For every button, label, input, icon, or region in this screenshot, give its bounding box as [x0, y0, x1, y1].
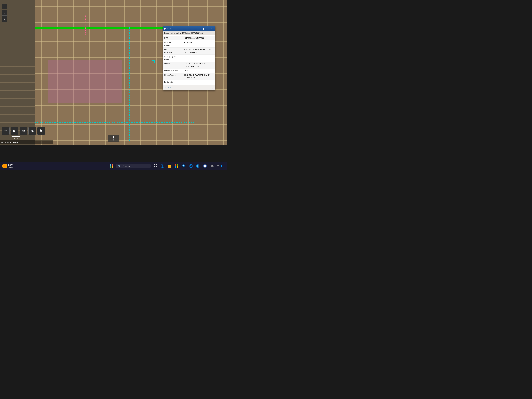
road-label: S RIO DEL ORO LOOP: [84, 14, 86, 38]
svg-rect-14: [175, 166, 177, 168]
popup-close-button[interactable]: ✕: [210, 27, 213, 30]
task-view-button[interactable]: [152, 163, 158, 169]
cortana-icon[interactable]: [195, 163, 201, 169]
popup-label-account: AccountNumber: [164, 41, 184, 47]
tray-globe-icon[interactable]: [221, 164, 225, 168]
svg-point-25: [212, 166, 213, 167]
popup-row-owner: Owner CHURCH UNIVERSAL & TRIUMPHANT INC: [163, 62, 215, 69]
fullscreen-button[interactable]: ⤢: [2, 16, 7, 22]
label-tool-button[interactable]: AB: [19, 127, 27, 135]
microsoft-store-icon[interactable]: [174, 163, 179, 169]
svg-rect-26: [212, 165, 213, 165]
popup-row-in-care: In Care Of: [163, 80, 215, 84]
chrome-icon[interactable]: [202, 163, 208, 169]
search-parcel-button[interactable]: [37, 127, 45, 135]
popup-label-owner-address: OwnerAddress: [164, 74, 184, 76]
parcel-boundary-cyan-v5: [152, 27, 153, 141]
svg-point-21: [197, 165, 199, 167]
coordinates-bar: -106.610490 34.683871 Degrees: [0, 140, 53, 144]
popup-counter: (1 of 2): [164, 28, 171, 30]
svg-rect-10: [156, 166, 157, 167]
coordinates-text: -106.610490 34.683871 Degrees: [1, 141, 27, 143]
highlighted-parcels: [48, 60, 122, 103]
popup-row-owner-address: OwnerAddress 63 SUMMIT WAY GARDINER, MT …: [163, 73, 215, 80]
scale-indicator: 0.4mi: [12, 136, 20, 139]
popup-controls: ▶ □ ✕: [203, 27, 213, 30]
zoom-to-link[interactable]: Zoom to: [164, 87, 171, 89]
weather-icon: [2, 164, 7, 168]
popup-label-in-care: In Care Of: [164, 81, 184, 83]
popup-play-button[interactable]: ▶: [203, 27, 206, 30]
popup-label-upc: UPC: [164, 37, 184, 39]
popup-row-legal: LegalDescription Subd: RANCHO RIO GRANDE…: [163, 48, 215, 55]
tray-network-icon[interactable]: [216, 164, 220, 168]
popup-value-owner: CHURCH UNIVERSAL & TRIUMPHANT INC: [184, 63, 213, 68]
parcel-boundary-cyan-h3: [35, 94, 194, 94]
popup-row-situs: Situs (Physical Address): [163, 55, 215, 62]
parcel-boundary-cyan-h4: [35, 108, 194, 108]
scale-line: [12, 136, 20, 137]
svg-rect-8: [156, 164, 157, 165]
popup-body: UPC 1016030290264160100 AccountNumber R0…: [163, 35, 215, 85]
weather-description: Sunny: [8, 166, 13, 168]
map-bottom-toolbar: ✏ AB ◉: [2, 127, 45, 135]
popup-header: (1 of 2) ▶ □ ✕: [163, 26, 215, 31]
taskbar-search-label: Search: [122, 165, 130, 167]
north-arrow: [108, 135, 119, 142]
svg-rect-24: [212, 165, 214, 167]
popup-label-situs: Situs (Physical Address): [164, 55, 184, 61]
edge-browser-icon[interactable]: [160, 163, 165, 169]
draw-tool-button[interactable]: ✏: [2, 127, 10, 135]
parcel-boundary-cyan-v2: [87, 27, 87, 141]
popup-row-owner-number: Owner Number 54377: [163, 69, 215, 73]
tray-camera-icon[interactable]: [211, 164, 215, 168]
popup-value-owner-address: 63 SUMMIT WAY GARDINER, MT 59030-9413: [184, 74, 213, 79]
svg-point-23: [204, 165, 206, 167]
map-area[interactable]: S RIO DEL ORO LOOP MO ⌂ ↺ ⤢ ✏ AB ◉: [0, 0, 227, 146]
popup-value-account: R020503: [184, 41, 213, 44]
svg-rect-15: [177, 166, 178, 168]
help-icon[interactable]: ?: [188, 163, 194, 169]
svg-rect-12: [175, 165, 177, 166]
popup-value-legal: Subd: RANCHO RIO GRANDE Lot: 213 Unit: 9…: [184, 48, 213, 54]
map-controls: ⌂ ↺ ⤢: [2, 4, 7, 22]
home-button[interactable]: ⌂: [2, 4, 7, 9]
weather-temperature: 63°F: [8, 164, 13, 166]
taskbar: 63°F Sunny 🔍 Search: [0, 162, 227, 170]
popup-maximize-button[interactable]: □: [207, 27, 209, 30]
popup-footer: Zoom to ...: [163, 85, 215, 90]
parcel-boundary-cyan-v4: [129, 27, 130, 141]
color-tool-button[interactable]: ◉: [28, 127, 36, 135]
svg-point-29: [218, 165, 218, 165]
popup-title: Parcel Information:1016030290264160100: [163, 31, 215, 35]
popup-label-legal: LegalDescription: [164, 48, 184, 54]
select-tool-button[interactable]: [11, 127, 19, 135]
svg-rect-27: [217, 165, 219, 167]
map-selection-cursor[interactable]: [152, 60, 155, 63]
popup-value-upc: 1016030290264160100: [184, 37, 213, 39]
svg-text:?: ?: [190, 165, 191, 167]
popup-label-owner-number: Owner Number: [164, 70, 184, 72]
parcel-info-popup: (1 of 2) ▶ □ ✕ Parcel Information:101603…: [163, 26, 215, 90]
svg-rect-2: [40, 130, 42, 131]
svg-point-17: [184, 165, 184, 166]
weather-info: 63°F Sunny: [8, 164, 13, 168]
svg-rect-3: [40, 131, 41, 131]
svg-line-1: [42, 131, 42, 132]
popup-row-upc: UPC 1016030290264160100: [163, 36, 215, 40]
taskbar-search-bar[interactable]: 🔍 Search: [116, 164, 151, 168]
taskbar-search-icon: 🔍: [118, 165, 121, 167]
weather-widget: 63°F Sunny: [2, 164, 14, 168]
copilot-icon[interactable]: [181, 163, 187, 169]
svg-point-16: [183, 165, 184, 166]
scale-label: 0.4mi: [14, 137, 18, 139]
popup-label-owner: Owner: [164, 63, 184, 65]
windows-start-button[interactable]: [108, 163, 114, 169]
parcel-boundary-cyan-v3: [108, 27, 108, 141]
popup-value-owner-number: 54377: [184, 70, 213, 72]
file-explorer-icon[interactable]: [167, 163, 172, 169]
rotate-button[interactable]: ↺: [2, 10, 7, 16]
more-options-button[interactable]: ...: [210, 86, 213, 89]
system-tray: [211, 164, 225, 168]
parcel-boundary-cyan-v1: [66, 27, 66, 141]
